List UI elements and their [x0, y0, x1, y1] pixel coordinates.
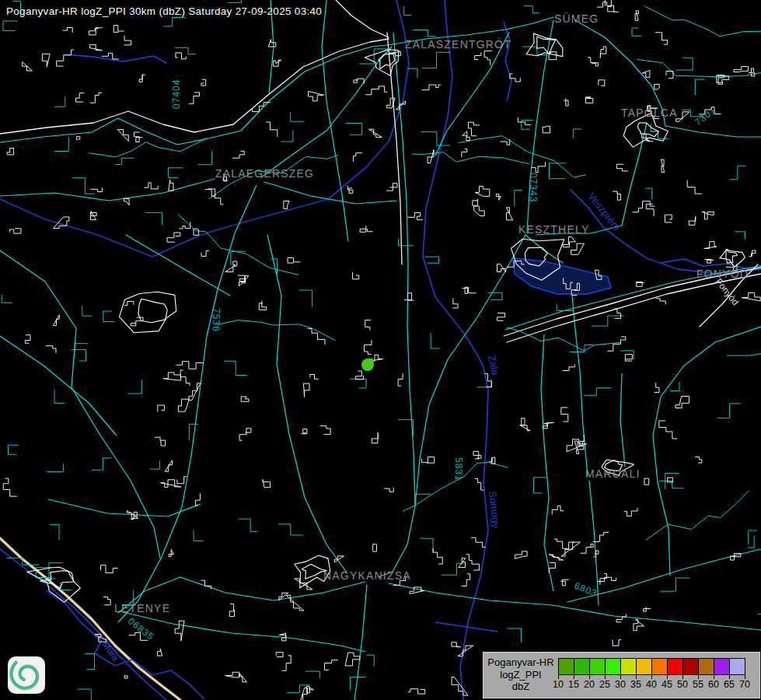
tick-label: 40	[646, 679, 657, 690]
tick-label: 45	[662, 679, 672, 690]
road-number-label: 5831	[453, 457, 464, 481]
tick-label: 15	[568, 679, 579, 690]
legend-swatch	[589, 658, 606, 675]
road-number-label: 7536	[211, 308, 222, 332]
legend-title-line: dbZ	[483, 681, 558, 693]
minor-road-glyphs	[2, 0, 761, 700]
legend-swatch	[636, 658, 652, 675]
tick-label: 50	[677, 679, 688, 690]
radar-map: SÜMEGZALASZENTGRÓTTAPOLCAZALAEGERSZEGKES…	[0, 0, 761, 700]
tick-label: 10	[553, 679, 564, 690]
dbz-color-scale	[558, 658, 745, 675]
legend-swatch	[667, 658, 683, 675]
road-number-label: 06835	[126, 615, 156, 642]
map-labels: SÜMEGZALASZENTGRÓTTAPOLCAZALAEGERSZEGKES…	[100, 12, 749, 663]
radar-echo-layer	[361, 358, 374, 371]
city-label: MARCALI	[585, 467, 641, 480]
legend-swatch	[682, 658, 699, 675]
city-label: KESZTHELY	[518, 223, 589, 236]
tick-label: 70	[739, 679, 750, 690]
map-title: Poganyvar-HR logZ_PPI 30km (dbZ) Saturda…	[6, 5, 322, 17]
settlement-glyphs	[3, 0, 760, 700]
road-number-label: 07343	[528, 173, 539, 202]
tick-label: 30	[615, 679, 626, 690]
radar-legend: Poganyvar-HR logZ_PPI dbZ 10152025303540…	[483, 652, 760, 698]
city-label: NAGYKANIZSA	[323, 569, 411, 582]
road-number-label: 6803	[573, 580, 599, 599]
legend-swatch	[651, 658, 668, 675]
county-label: Zala	[486, 355, 501, 377]
city-label: TAPOLCA	[621, 107, 678, 119]
spiral-icon	[8, 656, 45, 694]
legend-swatch	[714, 658, 730, 675]
legend-swatch	[729, 658, 745, 675]
tick-label: 55	[693, 679, 703, 690]
tick-label: 65	[724, 679, 735, 690]
legend-swatch	[605, 658, 621, 675]
legend-swatch	[574, 658, 590, 675]
tick-label: 35	[630, 679, 641, 690]
legend-swatch	[558, 658, 574, 675]
legend-swatch	[620, 658, 637, 675]
legend-title-line: logZ_PPI	[483, 669, 558, 681]
road-number-label: 07404	[171, 79, 182, 109]
legend-swatch	[698, 658, 714, 675]
tick-label: 25	[599, 679, 610, 690]
tick-label: 60	[708, 679, 719, 690]
legend-title-block: Poganyvar-HR logZ_PPI dbZ	[483, 656, 558, 693]
tick-label: 20	[584, 679, 595, 690]
city-label: ZALAEGERSZEG	[215, 167, 314, 180]
city-label: SÜMEG	[554, 12, 599, 25]
legend-title-line: Poganyvar-HR	[483, 656, 558, 669]
water-feature-label: Mura	[100, 639, 121, 663]
county-label: Somogy	[487, 491, 502, 529]
map-line-features	[0, 0, 761, 700]
met-logo	[8, 656, 45, 694]
city-label: LETENYE	[114, 602, 170, 614]
city-label: ZALASZENTGRÓT	[405, 38, 511, 51]
